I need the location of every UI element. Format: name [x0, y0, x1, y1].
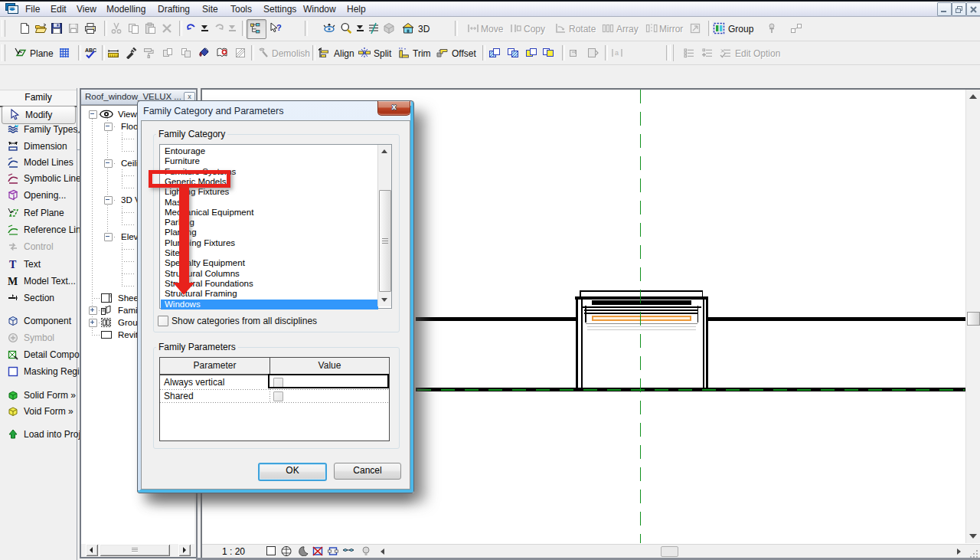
design-options-3-button[interactable]: [720, 47, 732, 59]
designbar-item-symbol[interactable]: Symbol: [1, 329, 77, 346]
match-properties-button[interactable]: [125, 47, 137, 59]
cut-button[interactable]: [110, 22, 122, 34]
designbar-item-opening[interactable]: Opening...: [1, 187, 77, 204]
region-button[interactable]: [234, 47, 247, 59]
designbar-item-section[interactable]: Section: [1, 290, 77, 306]
reveal-hidden-elements-icon[interactable]: [360, 546, 372, 556]
undo-button[interactable]: [185, 22, 198, 34]
dropdown-arrow-icon[interactable]: [357, 25, 364, 31]
category-item-entourage[interactable]: Entourage: [161, 146, 374, 156]
mdi-close-button[interactable]: [966, 2, 980, 16]
paste-button[interactable]: [144, 22, 156, 34]
designbar-item-model-text[interactable]: MModel Text...: [1, 273, 77, 290]
category-item-lighting-fixtures[interactable]: Lighting Fixtures: [161, 187, 374, 197]
array-button[interactable]: [602, 22, 614, 34]
mdi-minimize-button[interactable]: [937, 2, 952, 16]
rotate-button[interactable]: [554, 22, 567, 34]
trim-button[interactable]: [397, 47, 410, 59]
thin-lines-button[interactable]: [368, 22, 380, 34]
link-button[interactable]: [790, 22, 802, 34]
drawing-vscrollbar[interactable]: [965, 90, 980, 543]
unjoin-geometry-button[interactable]: [507, 47, 519, 59]
join-4-button[interactable]: [542, 47, 554, 59]
project-browser-hscrollbar[interactable]: [81, 544, 194, 557]
scroll-thumb[interactable]: [661, 546, 678, 557]
show-crop-region-icon[interactable]: [327, 546, 339, 556]
gray-tool-2-button[interactable]: [586, 47, 599, 59]
tape-measure-button[interactable]: [107, 47, 119, 59]
copy-button[interactable]: [127, 22, 139, 34]
designbar-item-solid-form[interactable]: Solid Form »: [1, 387, 77, 404]
join-geometry-button[interactable]: [488, 47, 501, 59]
scroll-thumb[interactable]: [100, 544, 170, 556]
split-button[interactable]: [358, 47, 370, 59]
designbar-item-text[interactable]: TText: [1, 256, 77, 273]
shaded-view-button[interactable]: [383, 22, 395, 34]
zoom-button[interactable]: [340, 22, 352, 34]
group-button[interactable]: [713, 22, 725, 34]
redo-button[interactable]: [213, 22, 225, 34]
paint-roller-button[interactable]: [142, 47, 155, 59]
crop-region-icon[interactable]: [312, 546, 324, 556]
shadows-icon[interactable]: [297, 546, 309, 556]
copy-element-button[interactable]: [510, 22, 522, 34]
designbar-item-dimension[interactable]: Dimension: [1, 138, 77, 155]
menu-tools[interactable]: Tools: [229, 3, 253, 15]
scroll-thumb[interactable]: [379, 190, 391, 292]
pair-tool-button[interactable]: [162, 47, 174, 59]
category-item-specialty-equipment[interactable]: Specialty Equipment: [161, 258, 374, 268]
join-3-button[interactable]: [525, 47, 537, 59]
context-help-button[interactable]: ?: [270, 22, 282, 34]
category-item-furniture[interactable]: Furniture: [161, 156, 374, 166]
pin-button[interactable]: [766, 22, 778, 34]
offset-button[interactable]: [436, 47, 448, 59]
listbox-scrollbar[interactable]: [377, 145, 391, 306]
cancel-button[interactable]: Cancel: [334, 463, 401, 480]
menu-edit[interactable]: Edit: [49, 3, 68, 15]
align-button[interactable]: [318, 47, 330, 59]
designbar-item-reference-lin[interactable]: Reference Lin: [1, 221, 77, 238]
design-bar-tab-family[interactable]: Family: [0, 90, 77, 107]
scroll-left-icon[interactable]: [381, 549, 384, 555]
designbar-item-symbolic-line[interactable]: Symbolic Line: [1, 170, 77, 187]
move-button[interactable]: [467, 22, 479, 34]
category-item-mass[interactable]: Mass: [161, 198, 374, 208]
expand-icon[interactable]: [89, 319, 97, 327]
paintbucket-button[interactable]: [198, 47, 210, 59]
collapse-icon[interactable]: [104, 123, 113, 131]
mirror-button[interactable]: [645, 22, 658, 34]
collapse-icon[interactable]: [104, 196, 113, 205]
project-browser-toggle-button[interactable]: [247, 19, 266, 39]
detail-level-icon[interactable]: [265, 546, 277, 556]
category-item-mechanical-equipment[interactable]: Mechanical Equipment: [161, 208, 374, 218]
designbar-item-control[interactable]: Control: [1, 238, 77, 255]
designbar-item-model-lines[interactable]: Model Lines: [1, 154, 77, 171]
menu-drafting[interactable]: Drafting: [156, 3, 191, 15]
model-graphics-style-icon[interactable]: [280, 546, 292, 556]
designbar-item-masking-regi[interactable]: Masking Regi: [1, 363, 77, 380]
save-all-button[interactable]: [67, 22, 80, 34]
grid-button[interactable]: [58, 47, 70, 59]
scroll-right-icon[interactable]: [957, 549, 961, 555]
designbar-item-load-into-proj[interactable]: Load into Proj: [1, 426, 77, 443]
view-scale-label[interactable]: 1 : 20: [222, 546, 245, 557]
category-item-plumbing-fixtures[interactable]: Plumbing Fixtures: [161, 238, 374, 248]
designbar-item-family-types[interactable]: Family Types.: [1, 121, 77, 138]
print-button[interactable]: [84, 22, 96, 34]
scroll-up-icon[interactable]: [381, 149, 387, 153]
value-checkbox[interactable]: [273, 391, 283, 401]
collapse-icon[interactable]: [89, 110, 97, 119]
new-button[interactable]: [18, 22, 31, 34]
mdi-restore-button[interactable]: [952, 2, 966, 16]
scroll-down-icon[interactable]: [969, 534, 977, 539]
dialog-close-button[interactable]: x: [377, 101, 410, 116]
finish-button[interactable]: [689, 22, 701, 34]
design-options-1-button[interactable]: [683, 47, 695, 59]
attach-button[interactable]: a: [611, 47, 623, 59]
gray-tool-1-button[interactable]: [568, 47, 580, 59]
menu-site[interactable]: Site: [201, 3, 220, 15]
expand-icon[interactable]: [89, 306, 97, 315]
scroll-left-button[interactable]: [86, 544, 98, 556]
menu-help[interactable]: Help: [345, 3, 368, 15]
scroll-right-button[interactable]: [178, 544, 191, 556]
